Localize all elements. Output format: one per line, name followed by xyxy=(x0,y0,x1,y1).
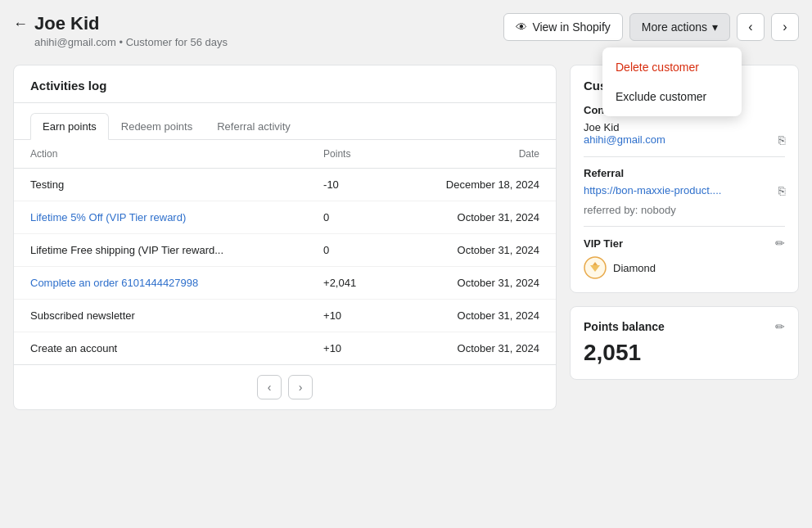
date-cell: October 31, 2024 xyxy=(392,300,556,332)
tab-referral-activity[interactable]: Referral activity xyxy=(205,113,303,140)
referred-by: referred by: nobody xyxy=(584,204,785,216)
diamond-badge-icon xyxy=(584,256,607,279)
table-row: Create an account+10October 31, 2024 xyxy=(14,332,556,365)
customer-email-link[interactable]: ahihi@gmail.com xyxy=(584,133,665,146)
right-panel: Customer Contact information Joe Kid ahi… xyxy=(570,65,799,410)
points-cell: 0 xyxy=(307,234,392,267)
customer-name: Joe Kid xyxy=(584,121,785,133)
divider-1 xyxy=(584,156,785,157)
activities-card-header: Activities log xyxy=(14,65,556,103)
action-link[interactable]: Complete an order 6101444427998 xyxy=(30,277,198,289)
view-shopify-label: View in Shopify xyxy=(532,20,610,34)
referral-link[interactable]: https://bon-maxxie-product.... xyxy=(584,184,721,196)
action-cell: Lifetime Free shipping (VIP Tier reward.… xyxy=(14,234,307,267)
view-in-shopify-button[interactable]: 👁 View in Shopify xyxy=(503,13,622,41)
date-cell: December 18, 2024 xyxy=(392,169,556,201)
header-left: ← Joe Kid ahihi@gmail.com • Customer for… xyxy=(13,13,228,48)
points-cell: +10 xyxy=(307,332,392,365)
vip-content: Diamond xyxy=(584,256,785,279)
date-cell: October 31, 2024 xyxy=(392,234,556,267)
points-cell: +10 xyxy=(307,300,392,332)
email-row: ahihi@gmail.com ⎘ xyxy=(584,133,785,147)
col-date: Date xyxy=(392,140,556,169)
balance-header: Points balance ✏ xyxy=(584,320,785,333)
prev-customer-button[interactable]: ‹ xyxy=(737,13,765,41)
activity-table: Action Points Date Testing-10December 18… xyxy=(14,140,556,364)
edit-vip-icon[interactable]: ✏ xyxy=(775,237,785,250)
back-button[interactable]: ← xyxy=(13,16,28,31)
edit-points-icon[interactable]: ✏ xyxy=(775,320,785,333)
pagination-prev-button[interactable]: ‹ xyxy=(257,375,282,399)
action-cell: Lifetime 5% Off (VIP Tier reward) xyxy=(14,201,307,234)
activities-card-title: Activities log xyxy=(30,79,539,93)
title-row: ← Joe Kid xyxy=(13,13,228,34)
table-row: Lifetime Free shipping (VIP Tier reward.… xyxy=(14,234,556,267)
table-row: Subscribed newsletter+10October 31, 2024 xyxy=(14,300,556,332)
header-actions: 👁 View in Shopify More actions ▾ ‹ › Del… xyxy=(503,13,799,41)
table-row: Lifetime 5% Off (VIP Tier reward)0Octobe… xyxy=(14,201,556,234)
points-balance-card: Points balance ✏ 2,051 xyxy=(570,306,799,380)
left-panel: Activities log Earn points Redeem points… xyxy=(13,65,557,410)
page-subtitle: ahihi@gmail.com • Customer for 56 days xyxy=(34,36,228,48)
tab-redeem-points[interactable]: Redeem points xyxy=(109,113,205,140)
date-cell: October 31, 2024 xyxy=(392,332,556,365)
main-layout: Activities log Earn points Redeem points… xyxy=(13,65,799,410)
activities-card: Activities log Earn points Redeem points… xyxy=(13,65,557,410)
chevron-down-icon: ▾ xyxy=(712,20,718,34)
table-pagination: ‹ › xyxy=(14,364,556,409)
eye-icon: 👁 xyxy=(516,20,527,34)
divider-2 xyxy=(584,226,785,227)
table-row: Complete an order 6101444427998+2,041Oct… xyxy=(14,267,556,300)
date-cell: October 31, 2024 xyxy=(392,267,556,300)
referral-section-title: Referral xyxy=(584,167,785,179)
points-cell: -10 xyxy=(307,169,392,201)
action-link[interactable]: Lifetime 5% Off (VIP Tier reward) xyxy=(30,211,186,223)
points-cell: +2,041 xyxy=(307,267,392,300)
col-action: Action xyxy=(14,140,307,169)
more-actions-dropdown: Delete customer Exclude customer xyxy=(602,47,742,116)
pagination-next-button[interactable]: › xyxy=(288,375,313,399)
action-cell: Subscribed newsletter xyxy=(14,300,307,332)
points-balance-value: 2,051 xyxy=(584,340,785,366)
date-cell: October 31, 2024 xyxy=(392,201,556,234)
page-title: Joe Kid xyxy=(34,13,99,34)
more-actions-label: More actions xyxy=(642,20,707,34)
vip-tier-section: VIP Tier ✏ xyxy=(584,237,785,250)
tab-earn-points[interactable]: Earn points xyxy=(30,113,109,140)
col-points: Points xyxy=(307,140,392,169)
referral-link-row: https://bon-maxxie-product.... ⎘ xyxy=(584,184,785,197)
vip-tier-name: Diamond xyxy=(613,262,656,274)
action-cell: Create an account xyxy=(14,332,307,365)
next-customer-button[interactable]: › xyxy=(771,13,799,41)
page: ← Joe Kid ahihi@gmail.com • Customer for… xyxy=(0,0,812,528)
points-balance-title: Points balance xyxy=(584,320,665,333)
exclude-customer-item[interactable]: Exclude customer xyxy=(602,82,742,111)
action-cell: Complete an order 6101444427998 xyxy=(14,267,307,300)
points-cell: 0 xyxy=(307,201,392,234)
action-cell: Testing xyxy=(14,169,307,201)
vip-tier-label: VIP Tier xyxy=(584,237,623,250)
copy-referral-icon[interactable]: ⎘ xyxy=(778,184,785,197)
table-row: Testing-10December 18, 2024 xyxy=(14,169,556,201)
copy-email-icon[interactable]: ⎘ xyxy=(778,133,785,147)
tabs-container: Earn points Redeem points Referral activ… xyxy=(14,103,556,140)
delete-customer-item[interactable]: Delete customer xyxy=(602,52,742,82)
page-header: ← Joe Kid ahihi@gmail.com • Customer for… xyxy=(13,13,799,48)
more-actions-button[interactable]: More actions ▾ xyxy=(629,13,730,41)
